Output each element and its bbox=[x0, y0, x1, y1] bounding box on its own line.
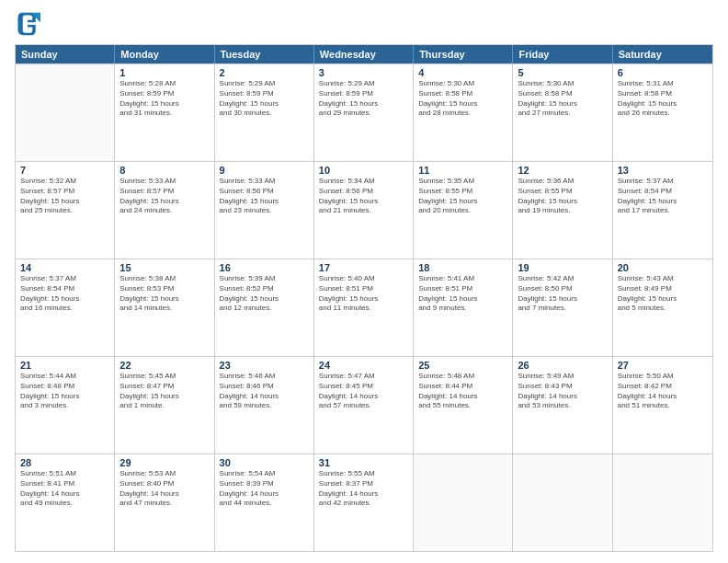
day-number: 31 bbox=[319, 457, 408, 468]
cal-cell bbox=[613, 454, 712, 551]
day-number: 21 bbox=[20, 360, 109, 371]
day-info: Sunrise: 5:30 AM Sunset: 8:58 PM Dayligh… bbox=[518, 79, 607, 119]
logo-icon bbox=[15, 11, 40, 37]
day-number: 23 bbox=[220, 360, 309, 371]
header-day-wednesday: Wednesday bbox=[314, 45, 414, 63]
cal-cell: 30Sunrise: 5:54 AM Sunset: 8:39 PM Dayli… bbox=[215, 454, 314, 551]
day-info: Sunrise: 5:43 AM Sunset: 8:49 PM Dayligh… bbox=[618, 274, 708, 314]
calendar: SundayMondayTuesdayWednesdayThursdayFrid… bbox=[15, 44, 713, 552]
day-info: Sunrise: 5:31 AM Sunset: 8:58 PM Dayligh… bbox=[618, 79, 708, 119]
header-day-sunday: Sunday bbox=[16, 45, 115, 63]
cal-cell: 16Sunrise: 5:39 AM Sunset: 8:52 PM Dayli… bbox=[215, 259, 314, 356]
cal-cell: 15Sunrise: 5:38 AM Sunset: 8:53 PM Dayli… bbox=[115, 259, 214, 356]
day-number: 18 bbox=[418, 262, 507, 273]
day-info: Sunrise: 5:55 AM Sunset: 8:37 PM Dayligh… bbox=[319, 469, 408, 509]
header-day-monday: Monday bbox=[115, 45, 214, 63]
day-info: Sunrise: 5:41 AM Sunset: 8:51 PM Dayligh… bbox=[418, 274, 507, 314]
cal-cell: 21Sunrise: 5:44 AM Sunset: 8:48 PM Dayli… bbox=[16, 357, 115, 454]
day-info: Sunrise: 5:53 AM Sunset: 8:40 PM Dayligh… bbox=[119, 469, 209, 509]
day-number: 16 bbox=[220, 262, 309, 273]
cal-cell: 31Sunrise: 5:55 AM Sunset: 8:37 PM Dayli… bbox=[314, 454, 414, 551]
day-info: Sunrise: 5:33 AM Sunset: 8:57 PM Dayligh… bbox=[119, 177, 209, 216]
day-info: Sunrise: 5:36 AM Sunset: 8:55 PM Dayligh… bbox=[518, 177, 607, 216]
day-info: Sunrise: 5:34 AM Sunset: 8:56 PM Dayligh… bbox=[319, 177, 408, 216]
day-number: 8 bbox=[119, 165, 209, 176]
day-number: 24 bbox=[319, 360, 408, 371]
day-info: Sunrise: 5:49 AM Sunset: 8:43 PM Dayligh… bbox=[518, 372, 607, 411]
cal-cell: 26Sunrise: 5:49 AM Sunset: 8:43 PM Dayli… bbox=[513, 357, 612, 454]
day-number: 28 bbox=[20, 457, 109, 468]
header-day-tuesday: Tuesday bbox=[215, 45, 314, 63]
week-row-5: 28Sunrise: 5:51 AM Sunset: 8:41 PM Dayli… bbox=[16, 454, 712, 551]
day-info: Sunrise: 5:29 AM Sunset: 8:59 PM Dayligh… bbox=[319, 79, 408, 119]
cal-cell: 12Sunrise: 5:36 AM Sunset: 8:55 PM Dayli… bbox=[513, 162, 612, 259]
day-info: Sunrise: 5:38 AM Sunset: 8:53 PM Dayligh… bbox=[119, 274, 209, 314]
day-info: Sunrise: 5:39 AM Sunset: 8:52 PM Dayligh… bbox=[220, 274, 309, 314]
page: SundayMondayTuesdayWednesdayThursdayFrid… bbox=[0, 0, 728, 563]
cal-cell: 28Sunrise: 5:51 AM Sunset: 8:41 PM Dayli… bbox=[16, 454, 115, 551]
cal-cell: 24Sunrise: 5:47 AM Sunset: 8:45 PM Dayli… bbox=[314, 357, 414, 454]
week-row-3: 14Sunrise: 5:37 AM Sunset: 8:54 PM Dayli… bbox=[16, 259, 712, 356]
day-number: 6 bbox=[618, 67, 708, 78]
cal-cell bbox=[513, 454, 612, 551]
day-info: Sunrise: 5:28 AM Sunset: 8:59 PM Dayligh… bbox=[119, 79, 209, 119]
day-number: 12 bbox=[518, 165, 607, 176]
day-number: 1 bbox=[119, 67, 209, 78]
header-day-thursday: Thursday bbox=[414, 45, 513, 63]
cal-cell: 19Sunrise: 5:42 AM Sunset: 8:50 PM Dayli… bbox=[513, 259, 612, 356]
day-info: Sunrise: 5:46 AM Sunset: 8:46 PM Dayligh… bbox=[220, 372, 309, 411]
calendar-header: SundayMondayTuesdayWednesdayThursdayFrid… bbox=[16, 45, 712, 63]
day-info: Sunrise: 5:37 AM Sunset: 8:54 PM Dayligh… bbox=[618, 177, 708, 216]
cal-cell: 8Sunrise: 5:33 AM Sunset: 8:57 PM Daylig… bbox=[115, 162, 214, 259]
week-row-2: 7Sunrise: 5:32 AM Sunset: 8:57 PM Daylig… bbox=[16, 161, 712, 259]
day-info: Sunrise: 5:47 AM Sunset: 8:45 PM Dayligh… bbox=[319, 372, 408, 411]
day-number: 22 bbox=[119, 360, 209, 371]
day-info: Sunrise: 5:33 AM Sunset: 8:56 PM Dayligh… bbox=[220, 177, 309, 216]
day-info: Sunrise: 5:40 AM Sunset: 8:51 PM Dayligh… bbox=[319, 274, 408, 314]
day-number: 13 bbox=[618, 165, 708, 176]
day-number: 30 bbox=[220, 457, 309, 468]
cal-cell: 13Sunrise: 5:37 AM Sunset: 8:54 PM Dayli… bbox=[613, 162, 712, 259]
cal-cell: 3Sunrise: 5:29 AM Sunset: 8:59 PM Daylig… bbox=[314, 64, 414, 161]
day-number: 29 bbox=[119, 457, 209, 468]
header bbox=[15, 11, 713, 37]
header-day-saturday: Saturday bbox=[613, 45, 712, 63]
day-number: 25 bbox=[418, 360, 507, 371]
day-number: 9 bbox=[220, 165, 309, 176]
cal-cell: 1Sunrise: 5:28 AM Sunset: 8:59 PM Daylig… bbox=[115, 64, 214, 161]
day-info: Sunrise: 5:35 AM Sunset: 8:55 PM Dayligh… bbox=[418, 177, 507, 216]
day-info: Sunrise: 5:54 AM Sunset: 8:39 PM Dayligh… bbox=[220, 469, 309, 509]
cal-cell: 20Sunrise: 5:43 AM Sunset: 8:49 PM Dayli… bbox=[613, 259, 712, 356]
day-number: 20 bbox=[618, 262, 708, 273]
day-info: Sunrise: 5:51 AM Sunset: 8:41 PM Dayligh… bbox=[20, 469, 109, 509]
day-info: Sunrise: 5:29 AM Sunset: 8:59 PM Dayligh… bbox=[220, 79, 309, 119]
day-number: 2 bbox=[220, 67, 309, 78]
cal-cell: 4Sunrise: 5:30 AM Sunset: 8:58 PM Daylig… bbox=[414, 64, 513, 161]
cal-cell: 25Sunrise: 5:48 AM Sunset: 8:44 PM Dayli… bbox=[414, 357, 513, 454]
cal-cell: 10Sunrise: 5:34 AM Sunset: 8:56 PM Dayli… bbox=[314, 162, 414, 259]
day-number: 17 bbox=[319, 262, 408, 273]
day-info: Sunrise: 5:30 AM Sunset: 8:58 PM Dayligh… bbox=[418, 79, 507, 119]
cal-cell bbox=[16, 64, 115, 161]
cal-cell: 14Sunrise: 5:37 AM Sunset: 8:54 PM Dayli… bbox=[16, 259, 115, 356]
day-info: Sunrise: 5:48 AM Sunset: 8:44 PM Dayligh… bbox=[418, 372, 507, 411]
day-number: 3 bbox=[319, 67, 408, 78]
day-info: Sunrise: 5:50 AM Sunset: 8:42 PM Dayligh… bbox=[618, 372, 708, 411]
cal-cell: 18Sunrise: 5:41 AM Sunset: 8:51 PM Dayli… bbox=[414, 259, 513, 356]
cal-cell: 23Sunrise: 5:46 AM Sunset: 8:46 PM Dayli… bbox=[215, 357, 314, 454]
cal-cell: 9Sunrise: 5:33 AM Sunset: 8:56 PM Daylig… bbox=[215, 162, 314, 259]
cal-cell bbox=[414, 454, 513, 551]
day-info: Sunrise: 5:45 AM Sunset: 8:47 PM Dayligh… bbox=[119, 372, 209, 411]
day-info: Sunrise: 5:37 AM Sunset: 8:54 PM Dayligh… bbox=[20, 274, 109, 314]
cal-cell: 22Sunrise: 5:45 AM Sunset: 8:47 PM Dayli… bbox=[115, 357, 214, 454]
day-number: 5 bbox=[518, 67, 607, 78]
day-number: 4 bbox=[418, 67, 507, 78]
header-day-friday: Friday bbox=[513, 45, 612, 63]
cal-cell: 2Sunrise: 5:29 AM Sunset: 8:59 PM Daylig… bbox=[215, 64, 314, 161]
cal-cell: 27Sunrise: 5:50 AM Sunset: 8:42 PM Dayli… bbox=[613, 357, 712, 454]
cal-cell: 7Sunrise: 5:32 AM Sunset: 8:57 PM Daylig… bbox=[16, 162, 115, 259]
day-number: 10 bbox=[319, 165, 408, 176]
day-number: 27 bbox=[618, 360, 708, 371]
day-info: Sunrise: 5:32 AM Sunset: 8:57 PM Dayligh… bbox=[20, 177, 109, 216]
day-info: Sunrise: 5:42 AM Sunset: 8:50 PM Dayligh… bbox=[518, 274, 607, 314]
